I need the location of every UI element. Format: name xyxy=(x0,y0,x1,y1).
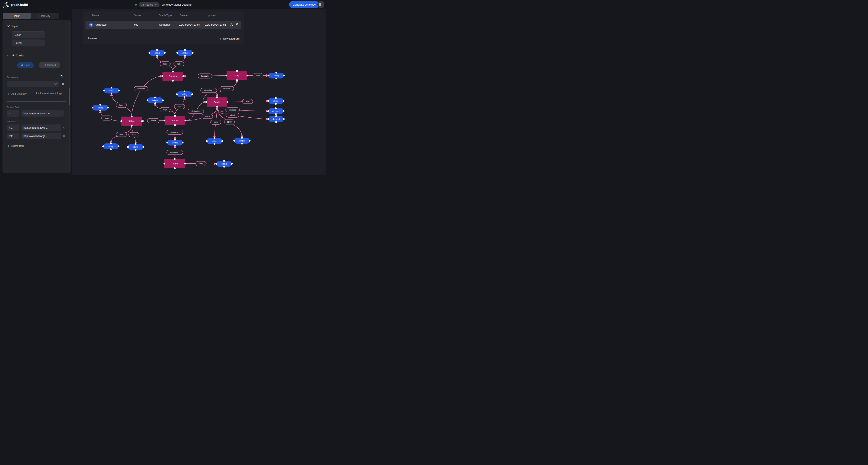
refresh-ontologies-icon[interactable]: ↻ xyxy=(60,74,63,79)
anchor-dot[interactable] xyxy=(236,79,238,81)
anchor-dot[interactable] xyxy=(182,142,184,143)
new-prefix-button[interactable]: + New Prefix xyxy=(8,144,24,148)
anchor-dot[interactable] xyxy=(156,49,158,51)
remove-prefix-icon[interactable]: × xyxy=(63,134,65,138)
anchor-dot[interactable] xyxy=(135,143,136,145)
input-section-header[interactable]: Input xyxy=(7,25,18,28)
anchor-dot[interactable] xyxy=(162,99,164,101)
anchor-dot[interactable] xyxy=(176,93,178,95)
anchor-dot[interactable] xyxy=(184,55,186,57)
anchor-dot[interactable] xyxy=(149,52,150,54)
anchor-dot[interactable] xyxy=(121,120,122,122)
anchor-dot[interactable] xyxy=(275,108,277,109)
anchor-dot[interactable] xyxy=(174,115,176,117)
anchor-dot[interactable] xyxy=(241,143,243,144)
anchor-dot[interactable] xyxy=(162,75,163,77)
anchor-dot[interactable] xyxy=(147,99,148,101)
anchor-dot[interactable] xyxy=(92,107,93,109)
default-prefix-name-input[interactable] xyxy=(7,110,19,117)
anchor-dot[interactable] xyxy=(184,96,185,98)
add-ontology-button[interactable]: + Add Ontology xyxy=(8,92,26,95)
class-tool-button[interactable]: Class xyxy=(12,31,45,38)
anchor-dot[interactable] xyxy=(118,145,119,147)
anchor-dot[interactable] xyxy=(184,91,185,92)
anchor-dot[interactable] xyxy=(103,90,105,91)
anchor-dot[interactable] xyxy=(268,118,269,120)
model-selector[interactable]: AirRoutes xyxy=(139,2,160,7)
default-prefix-uri-input[interactable] xyxy=(22,110,64,117)
anchor-dot[interactable] xyxy=(268,75,270,77)
anchor-dot[interactable] xyxy=(214,143,215,145)
anchor-dot[interactable] xyxy=(241,137,243,139)
anchor-dot[interactable] xyxy=(184,163,186,165)
anchor-dot[interactable] xyxy=(174,139,176,141)
anchor-dot[interactable] xyxy=(111,87,112,88)
anchor-dot[interactable] xyxy=(223,160,225,162)
anchor-dot[interactable] xyxy=(267,100,269,102)
discard-button[interactable]: ↺ Discard xyxy=(39,62,60,68)
prefix-uri-input[interactable] xyxy=(22,133,61,139)
anchor-dot[interactable] xyxy=(275,121,277,123)
anchor-dot[interactable] xyxy=(283,100,284,102)
tab-input[interactable]: Input xyxy=(3,13,31,19)
anchor-dot[interactable] xyxy=(174,158,176,160)
anchor-dot[interactable] xyxy=(135,149,136,151)
anchor-dot[interactable] xyxy=(275,113,277,115)
prefix-name-input[interactable] xyxy=(7,124,19,131)
anchor-dot[interactable] xyxy=(276,72,277,74)
toggle-side-panel-button[interactable] xyxy=(317,1,324,8)
anchor-dot[interactable] xyxy=(118,90,120,91)
lock-icon[interactable] xyxy=(230,23,233,26)
anchor-dot[interactable] xyxy=(276,78,277,79)
anchor-dot[interactable] xyxy=(249,140,250,142)
anchor-dot[interactable] xyxy=(174,167,176,169)
anchor-dot[interactable] xyxy=(236,70,238,72)
anchor-dot[interactable] xyxy=(216,163,217,165)
anchor-dot[interactable] xyxy=(99,104,101,106)
anchor-dot[interactable] xyxy=(166,142,168,143)
anchor-dot[interactable] xyxy=(154,103,156,104)
anchor-dot[interactable] xyxy=(214,137,215,139)
save-as-button[interactable]: Save As xyxy=(87,37,97,40)
anchor-dot[interactable] xyxy=(275,115,277,117)
clear-ontology-icon[interactable]: × xyxy=(62,82,64,86)
anchor-dot[interactable] xyxy=(216,106,218,108)
anchor-dot[interactable] xyxy=(226,101,228,103)
anchor-dot[interactable] xyxy=(131,125,132,126)
anchor-dot[interactable] xyxy=(267,110,269,112)
save-button[interactable]: Save xyxy=(17,62,34,68)
literal-tool-button[interactable]: Literal xyxy=(12,39,45,47)
anchor-dot[interactable] xyxy=(99,110,101,111)
ontology-select[interactable] xyxy=(7,81,59,87)
anchor-dot[interactable] xyxy=(283,118,285,120)
anchor-dot[interactable] xyxy=(156,55,158,57)
anchor-dot[interactable] xyxy=(172,71,174,72)
new-diagram-button[interactable]: + New Diagram xyxy=(219,37,240,40)
anchor-dot[interactable] xyxy=(283,110,284,112)
anchor-dot[interactable] xyxy=(110,148,112,150)
anchor-dot[interactable] xyxy=(172,80,174,82)
anchor-dot[interactable] xyxy=(110,143,112,144)
anchor-dot[interactable] xyxy=(183,75,184,77)
close-diagram-icon[interactable]: × xyxy=(236,22,238,26)
anchor-dot[interactable] xyxy=(283,75,285,77)
anchor-dot[interactable] xyxy=(226,75,227,77)
anchor-dot[interactable] xyxy=(127,146,129,148)
anchor-dot[interactable] xyxy=(107,107,109,109)
anchor-dot[interactable] xyxy=(184,49,186,51)
iri-config-section-header[interactable]: IRI Config xyxy=(7,54,24,57)
anchor-dot[interactable] xyxy=(206,101,208,103)
anchor-dot[interactable] xyxy=(163,163,165,165)
anchor-dot[interactable] xyxy=(143,146,144,148)
anchor-dot[interactable] xyxy=(234,140,235,142)
anchor-dot[interactable] xyxy=(141,120,143,122)
anchor-dot[interactable] xyxy=(221,140,223,142)
diagram-selected-radio[interactable] xyxy=(89,23,93,27)
anchor-dot[interactable] xyxy=(185,120,186,121)
anchor-dot[interactable] xyxy=(174,145,176,146)
anchor-dot[interactable] xyxy=(131,116,132,117)
prefix-name-input[interactable] xyxy=(7,133,19,139)
anchor-dot[interactable] xyxy=(102,145,104,147)
anchor-dot[interactable] xyxy=(192,52,193,54)
anchor-dot[interactable] xyxy=(275,97,277,99)
